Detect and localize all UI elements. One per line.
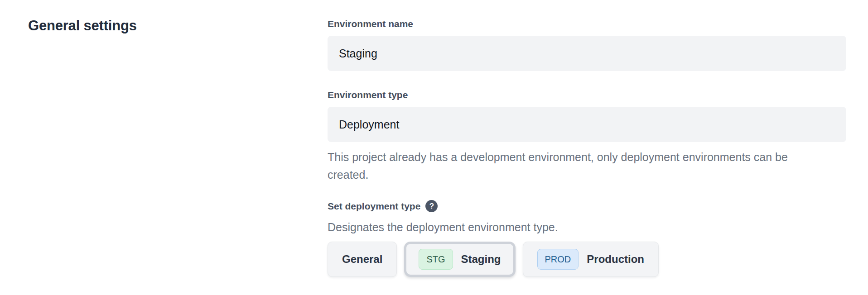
deployment-type-label-row: Set deployment type ?	[328, 200, 846, 212]
deployment-type-options: General STG Staging PROD Production	[328, 242, 846, 277]
deployment-type-group: Set deployment type ? Designates the dep…	[328, 200, 846, 277]
deployment-type-description: Designates the deployment environment ty…	[328, 219, 846, 236]
deployment-type-option-general-label: General	[342, 253, 382, 266]
deployment-type-option-staging[interactable]: STG Staging	[404, 242, 515, 277]
deployment-type-label: Set deployment type	[328, 200, 420, 212]
environment-name-input[interactable]	[328, 36, 846, 71]
section-heading-column: General settings	[0, 18, 328, 277]
question-mark-icon[interactable]: ?	[425, 200, 438, 212]
environment-type-label: Environment type	[328, 89, 846, 101]
environment-name-group: Environment name	[328, 18, 846, 71]
environment-type-help: This project already has a development e…	[328, 148, 846, 184]
general-settings-section: General settings Environment name Enviro…	[0, 0, 868, 277]
deployment-type-option-staging-label: Staging	[461, 253, 501, 266]
stg-badge: STG	[419, 249, 453, 270]
environment-type-input[interactable]	[328, 107, 846, 142]
deployment-type-option-general[interactable]: General	[328, 242, 397, 277]
deployment-type-option-production[interactable]: PROD Production	[523, 242, 659, 277]
page-title: General settings	[28, 18, 328, 33]
environment-type-group: Environment type This project already ha…	[328, 89, 846, 184]
deployment-type-option-production-label: Production	[587, 253, 644, 266]
environment-name-label: Environment name	[328, 18, 846, 30]
environment-type-help-line2: created.	[328, 166, 846, 184]
prod-badge: PROD	[537, 249, 579, 270]
environment-type-help-line1: This project already has a development e…	[328, 148, 846, 166]
settings-form: Environment name Environment type This p…	[328, 18, 846, 277]
